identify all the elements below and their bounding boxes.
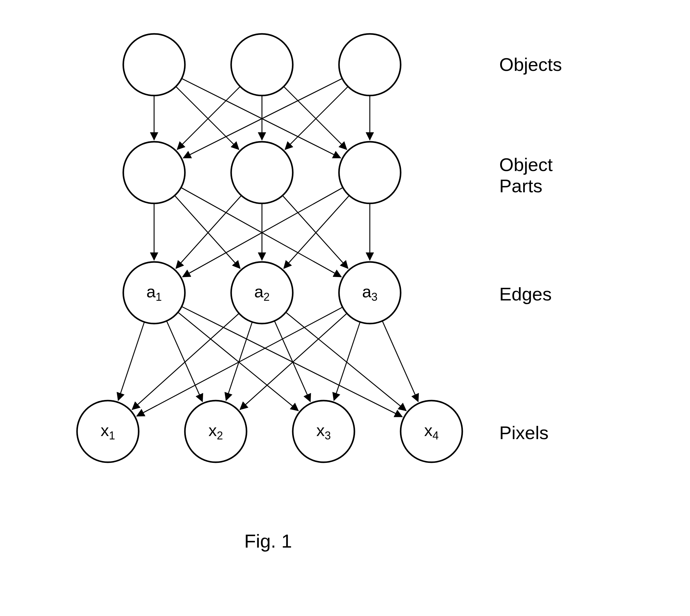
node-label-base: a [147,282,156,301]
edge-arrow [226,322,252,401]
figure-caption: Fig. 1 [244,530,292,552]
edge-arrow [284,87,347,150]
node-label-sub: 1 [156,291,162,303]
node-label-a3: a3 [362,282,378,304]
edge-arrow [334,322,360,401]
node-label-base: x [424,421,432,439]
node-o3 [339,34,401,95]
edge-arrow [167,321,202,401]
edge-arrow [286,312,406,411]
edge-arrow [240,313,347,410]
edge-arrow [178,312,298,411]
node-label-x1: x1 [101,421,115,442]
edge-arrow [132,313,239,410]
node-p3 [339,142,401,203]
edge-arrow [176,87,239,150]
node-label-x2: x2 [208,421,223,442]
layer-label-objects: Objects [499,54,562,75]
node-label-sub: 2 [217,429,223,442]
node-label-base: a [362,282,371,301]
figure-canvas: Objects Object Parts Edges Pixels a1a2a3… [0,0,690,616]
node-o2 [231,34,293,95]
edge-arrow [382,321,418,401]
node-label-base: a [254,282,264,301]
edge-arrow [285,87,348,150]
edge-arrow [283,195,348,268]
node-label-x4: x4 [424,421,439,442]
node-label-a1: a1 [147,282,162,304]
node-label-sub: 2 [264,291,270,303]
layer-label-edges: Edges [499,284,552,305]
layer-label-object-parts: Object Parts [499,154,553,197]
node-o1 [123,34,185,95]
edge-arrow [177,87,240,150]
node-label-a2: a2 [254,282,270,304]
node-p2 [231,142,293,203]
edge-arrow [284,195,349,268]
node-label-sub: 3 [325,429,331,442]
edge-arrow [175,195,240,268]
edge-arrow [118,322,144,401]
node-label-base: x [101,421,109,439]
node-label-sub: 1 [109,429,115,442]
node-label-x3: x3 [316,421,331,442]
network-svg [0,0,690,616]
edge-arrow [274,321,310,401]
node-label-sub: 4 [432,429,439,442]
node-label-sub: 3 [371,291,378,303]
edge-arrow [176,195,241,268]
node-p1 [123,142,185,203]
node-label-base: x [208,421,217,439]
layer-label-pixels: Pixels [499,422,549,443]
node-label-base: x [316,421,325,439]
